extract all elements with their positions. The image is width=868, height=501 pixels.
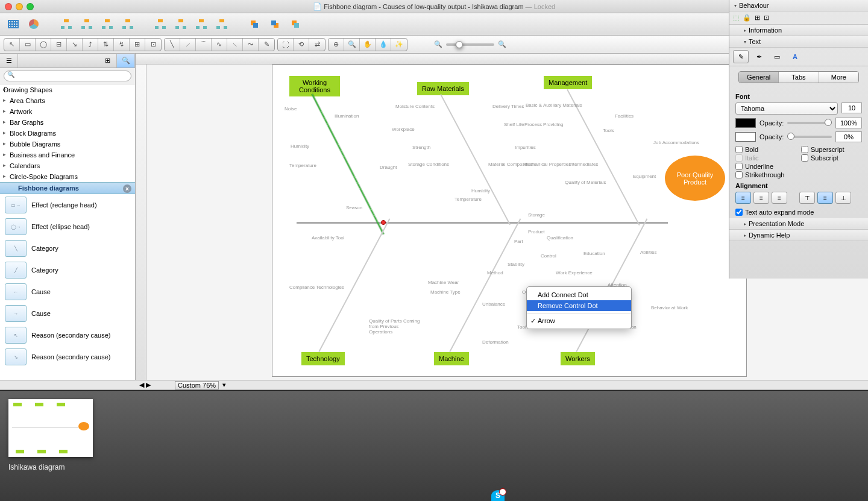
category-box[interactable]: Management <box>544 76 592 89</box>
cause-label[interactable]: Quality of Parts Coming from Previous Op… <box>369 318 423 335</box>
cause-label[interactable]: Stability <box>508 262 524 267</box>
cause-label[interactable]: Qualification <box>547 235 573 241</box>
fill-opacity-input[interactable] <box>835 118 862 128</box>
stroke-opacity-slider[interactable] <box>787 136 832 138</box>
cause-label[interactable]: Delivery Times <box>492 104 524 109</box>
close-category-icon[interactable]: × <box>123 184 131 193</box>
pan-tool[interactable]: ✋ <box>360 39 376 51</box>
freehand-tool[interactable]: ✎ <box>259 39 274 51</box>
zoom-select[interactable]: Custom 76% <box>175 381 219 389</box>
align-button[interactable] <box>174 17 188 31</box>
skype-dock-icon[interactable]: S <box>491 490 505 501</box>
text-box-tab[interactable]: ▭ <box>769 50 785 63</box>
cause-label[interactable]: Machine Wear <box>428 280 459 285</box>
cause-label[interactable]: Temperature <box>289 163 316 168</box>
library-view-grid-button[interactable]: ⊞ <box>99 54 117 68</box>
behaviour-snap-icon[interactable]: ⊞ <box>755 14 760 22</box>
cause-label[interactable]: Deformation <box>482 339 509 345</box>
group-front-button[interactable] <box>247 17 262 31</box>
arrange-button-2[interactable] <box>215 17 229 31</box>
library-search-button[interactable]: 🔍 <box>117 54 135 68</box>
zoom-tool[interactable]: 🔍 <box>344 39 360 51</box>
cause-label[interactable]: Tools <box>603 128 614 133</box>
library-category-selected[interactable]: Fishbone diagrams × <box>0 182 135 194</box>
shape-item[interactable]: ◯→Effect (ellipse head) <box>0 216 135 238</box>
tree-tool-button[interactable] <box>59 17 74 31</box>
cause-label[interactable]: Basic & Auxiliary Materials <box>526 102 582 108</box>
line-tool[interactable]: ╲ <box>165 39 180 51</box>
stroke-opacity-input[interactable] <box>835 131 862 142</box>
library-category[interactable]: Block Diagrams <box>0 128 135 139</box>
text-effects-tab[interactable]: ✒ <box>751 50 767 63</box>
cause-label[interactable]: Mechanical Properties <box>523 162 571 167</box>
fishbone-bone[interactable] <box>567 89 640 225</box>
curve-tool[interactable]: ⟋ <box>180 39 196 51</box>
cause-label[interactable]: Season <box>346 205 362 210</box>
cause-label[interactable]: Shelf Life <box>504 122 524 127</box>
table-tool-button[interactable] <box>6 17 20 31</box>
cause-label[interactable]: Impurities <box>515 145 536 150</box>
seg-general[interactable]: General <box>739 72 779 83</box>
library-category[interactable]: Artwork <box>0 106 135 117</box>
behaviour-lock-icon[interactable]: ⬚ <box>733 14 739 22</box>
connector-tool-4[interactable]: ↯ <box>114 39 130 51</box>
cause-label[interactable]: Draught <box>380 165 397 170</box>
tree-tool-button-4[interactable] <box>121 17 135 31</box>
arrange-button[interactable] <box>194 17 209 31</box>
inspector-section-text[interactable]: ▾Text <box>729 36 868 48</box>
shape-item[interactable]: ↘Reason (secondary cause) <box>0 346 135 368</box>
cause-label[interactable]: Facilities <box>615 113 634 119</box>
library-category[interactable]: Bar Graphs <box>0 117 135 128</box>
library-category[interactable]: Business and Finance <box>0 150 135 160</box>
valign-middle-button[interactable]: ≡ <box>817 192 833 204</box>
cause-label[interactable]: Humidity <box>291 143 309 149</box>
cause-label[interactable]: Product <box>528 229 545 235</box>
cause-label[interactable]: Machine Type <box>430 289 461 295</box>
tree-tool-button-3[interactable] <box>100 17 115 31</box>
context-menu-item[interactable]: Add Connect Dot <box>527 289 631 300</box>
wand-tool[interactable]: ✨ <box>391 39 407 51</box>
zoom-in-icon[interactable]: 🔍 <box>498 40 506 48</box>
cause-label[interactable]: Unbalance <box>482 301 505 307</box>
fishbone-effect[interactable]: Poor Quality Product <box>665 156 725 201</box>
behaviour-snap-icon[interactable]: ⊡ <box>764 14 769 22</box>
category-box[interactable]: Technology <box>301 352 345 365</box>
seg-tabs[interactable]: Tabs <box>779 72 819 83</box>
zoom-fit-tool[interactable]: ⊕ <box>329 39 344 51</box>
cause-label[interactable]: Strength <box>412 145 430 150</box>
library-category[interactable]: Area Charts <box>0 95 135 106</box>
cause-label[interactable]: Work Experience <box>556 270 593 276</box>
category-box[interactable]: Raw Materials <box>417 82 469 95</box>
library-category[interactable]: Bubble Diagrams <box>0 139 135 150</box>
cause-label[interactable]: Noise <box>285 106 297 112</box>
fishbone-bone[interactable] <box>449 218 521 352</box>
cause-label[interactable]: Equipment <box>633 174 656 179</box>
zoom-slider[interactable] <box>446 43 494 46</box>
polyline-tool[interactable]: ⟍ <box>227 39 243 51</box>
group-back-button[interactable] <box>268 17 282 31</box>
cause-label[interactable]: Behavior at Work <box>651 305 688 310</box>
distribute-button[interactable] <box>153 17 168 31</box>
tree-tool-button-2[interactable] <box>80 17 94 31</box>
pointer-tool[interactable]: ↖ <box>4 39 20 51</box>
arc-tool[interactable]: ⌒ <box>196 39 212 51</box>
cause-label[interactable]: Temperature <box>454 197 482 202</box>
shape-item[interactable]: ↖Reason (secondary cause) <box>0 324 135 346</box>
valign-top-button[interactable]: ⊤ <box>799 192 815 204</box>
inspector-section-information[interactable]: ▸Information <box>729 25 868 36</box>
auto-expand-checkbox[interactable]: Text auto expand mode <box>735 209 862 216</box>
cause-label[interactable]: Quality of Materials <box>565 180 606 185</box>
connector-tool-3[interactable]: ⇅ <box>98 39 114 51</box>
shape-item[interactable]: ╱Category <box>0 259 135 281</box>
connector-tool-6[interactable]: ⊡ <box>145 39 161 51</box>
inspector-section-behaviour[interactable]: ▾Behaviour <box>729 0 868 11</box>
fishbone-spine[interactable] <box>297 222 668 224</box>
library-category[interactable]: Drawing Shapes <box>0 84 135 95</box>
library-search-input[interactable] <box>4 71 131 81</box>
text-font-tab[interactable]: A <box>787 50 803 63</box>
cause-label[interactable]: Humidity <box>471 188 490 194</box>
zoom-out-icon[interactable]: 🔍 <box>434 40 442 48</box>
cause-label[interactable]: Job Accommodations <box>653 140 699 145</box>
page-thumbnail[interactable] <box>8 399 93 457</box>
bold-checkbox[interactable]: Bold <box>735 146 796 153</box>
